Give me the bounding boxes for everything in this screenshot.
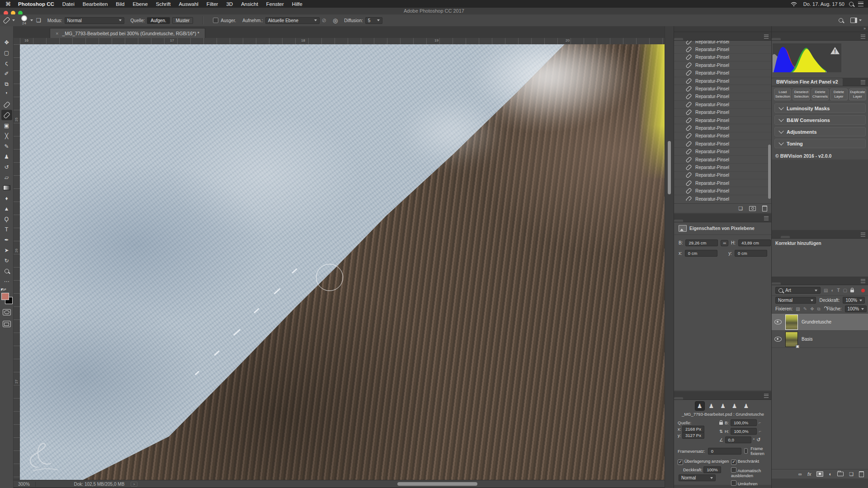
- tab[interactable]: [772, 236, 781, 238]
- tool-move[interactable]: ✥: [1, 37, 12, 47]
- foreground-color-swatch[interactable]: [1, 293, 9, 300]
- ignore-adjustment-layers-icon[interactable]: ⊘: [322, 17, 326, 23]
- tool-eyedropper[interactable]: ❜: [1, 89, 12, 99]
- overlay-blend-dropdown[interactable]: Normal: [679, 474, 716, 481]
- menu-item[interactable]: Photoshop CC: [18, 1, 54, 7]
- link-scale-icon[interactable]: ⌐: [759, 420, 761, 425]
- tool-content-aware-move[interactable]: ╳: [1, 131, 12, 141]
- tool-quick-selection[interactable]: ✐: [1, 68, 12, 79]
- tool-clone-stamp[interactable]: ♟: [1, 151, 12, 162]
- layer-thumbnail[interactable]: [785, 314, 798, 330]
- tab[interactable]: [692, 397, 701, 399]
- menu-item[interactable]: Ebene: [133, 1, 148, 7]
- bwvision-button[interactable]: Delete Layer: [830, 89, 847, 100]
- layer-filter-search[interactable]: Art: [775, 287, 821, 294]
- tab[interactable]: [674, 38, 683, 40]
- menu-item[interactable]: Fenster: [266, 1, 284, 7]
- tab[interactable]: [772, 38, 781, 40]
- link-layers-icon[interactable]: ∞: [798, 471, 802, 477]
- search-icon[interactable]: [839, 18, 843, 23]
- horizontal-scrollbar[interactable]: [397, 482, 477, 486]
- vertical-scrollbar[interactable]: [668, 141, 671, 194]
- panel-menu-icon[interactable]: [764, 216, 769, 221]
- tool-pen[interactable]: ✒: [1, 235, 12, 245]
- add-layer-mask-icon[interactable]: [816, 471, 823, 477]
- history-entry[interactable]: Reparatur-Pinsel: [674, 132, 772, 140]
- bwvision-button[interactable]: Delete Channels: [811, 89, 829, 100]
- history-entry[interactable]: Reparatur-Pinsel: [674, 54, 772, 61]
- lock-position-icon[interactable]: ✥: [810, 306, 814, 311]
- layer-visibility-eye-icon[interactable]: [774, 337, 782, 342]
- x-field[interactable]: 0 cm: [685, 250, 717, 257]
- tab[interactable]: [683, 220, 692, 222]
- frame-offset-field[interactable]: 0: [708, 448, 741, 455]
- clone-source-slot-5[interactable]: ♟: [741, 402, 750, 410]
- delete-layer-icon[interactable]: [859, 471, 864, 477]
- tool-patch[interactable]: ▣: [1, 120, 12, 131]
- filter-pixel-icon[interactable]: ▤: [824, 288, 828, 293]
- menu-item[interactable]: Schrift: [156, 1, 171, 7]
- tool-brush[interactable]: ✎: [1, 141, 12, 151]
- layer-name[interactable]: Grundretusche: [802, 319, 831, 324]
- default-swatches-icon[interactable]: ◩⇄: [1, 288, 6, 291]
- history-entry[interactable]: Reparatur-Pinsel: [674, 101, 772, 108]
- history-entry[interactable]: Reparatur-Pinsel: [674, 187, 772, 195]
- history-entry[interactable]: Reparatur-Pinsel: [674, 172, 772, 179]
- tool-history-brush[interactable]: ↺: [1, 162, 12, 172]
- tool-sharpen[interactable]: ▲: [1, 203, 12, 214]
- brush-preview-icon[interactable]: [21, 15, 27, 21]
- layer-visibility-eye-icon[interactable]: [774, 319, 782, 324]
- bwvision-section[interactable]: Adjustments: [774, 127, 866, 136]
- screen-mode-icon[interactable]: [3, 321, 11, 327]
- status-chevron-icon[interactable]: >: [131, 482, 137, 487]
- brush-picker-chevron-icon[interactable]: [30, 19, 33, 21]
- bwvision-title[interactable]: BWVision Fine Art Panel v2: [772, 78, 843, 86]
- layer-styles-icon[interactable]: fx: [807, 471, 811, 477]
- panel-menu-icon[interactable]: [861, 279, 865, 283]
- tool-gradient[interactable]: [1, 183, 12, 193]
- tab[interactable]: [781, 236, 790, 238]
- tab[interactable]: [781, 282, 790, 285]
- tool-healing-brush[interactable]: [1, 110, 12, 120]
- clone-source-slot-4[interactable]: ♟: [730, 402, 739, 410]
- panel-menu-icon[interactable]: [861, 35, 865, 39]
- clone-y-field[interactable]: 3127 Px: [682, 432, 704, 439]
- tab[interactable]: [772, 282, 781, 285]
- new-group-icon[interactable]: [837, 472, 844, 476]
- lock-transparency-icon[interactable]: ▨: [796, 306, 800, 311]
- menu-item[interactable]: Bild: [116, 1, 124, 7]
- history-entry[interactable]: Reparatur-Pinsel: [674, 117, 772, 124]
- tool-marquee[interactable]: ▢: [1, 47, 12, 58]
- filter-smart-object-icon[interactable]: [850, 290, 854, 292]
- clone-angle-field[interactable]: 0,0: [725, 436, 751, 443]
- menu-item[interactable]: Hilfe: [292, 1, 302, 7]
- modus-dropdown[interactable]: Normal: [65, 17, 124, 24]
- beschraenkt-checkbox[interactable]: ✓: [731, 460, 736, 465]
- history-entry[interactable]: Reparatur-Pinsel: [674, 148, 772, 155]
- history-entry[interactable]: Reparatur-Pinsel: [674, 41, 772, 46]
- umkehren-checkbox[interactable]: [731, 480, 736, 486]
- zoom-level-value[interactable]: 300%: [14, 482, 36, 487]
- history-entry[interactable]: Reparatur-Pinsel: [674, 164, 772, 171]
- opacity-field[interactable]: 100%: [843, 297, 865, 304]
- bwvision-button[interactable]: Duplicate Layer: [849, 89, 866, 100]
- menu-item[interactable]: Datei: [62, 1, 75, 7]
- document-tab[interactable]: × _MG_7793-Bearbeitet.psd bei 300% (Grun…: [50, 28, 205, 38]
- tab[interactable]: [790, 282, 799, 285]
- layer-name[interactable]: Basis: [802, 337, 812, 342]
- history-entry[interactable]: Reparatur-Pinsel: [674, 77, 772, 85]
- lock-artboard-icon[interactable]: ⧉: [817, 306, 821, 312]
- fill-field[interactable]: 100%: [845, 305, 867, 312]
- auto-hide-checkbox[interactable]: [731, 467, 736, 473]
- menu-item[interactable]: Auswahl: [179, 1, 198, 7]
- frame-fixieren-checkbox[interactable]: [744, 448, 748, 454]
- bwvision-section[interactable]: Toning: [774, 139, 866, 148]
- tool-lasso[interactable]: ς: [1, 58, 12, 68]
- tab[interactable]: [701, 220, 710, 222]
- tab[interactable]: [683, 38, 692, 40]
- overlay-opacity-field[interactable]: 100%: [703, 466, 721, 473]
- tool-path-selection[interactable]: ➤: [1, 245, 12, 255]
- clone-height-field[interactable]: 100,0%: [731, 428, 757, 435]
- clone-width-field[interactable]: 100,0%: [731, 419, 757, 426]
- tool-crop[interactable]: ⧉: [1, 79, 12, 89]
